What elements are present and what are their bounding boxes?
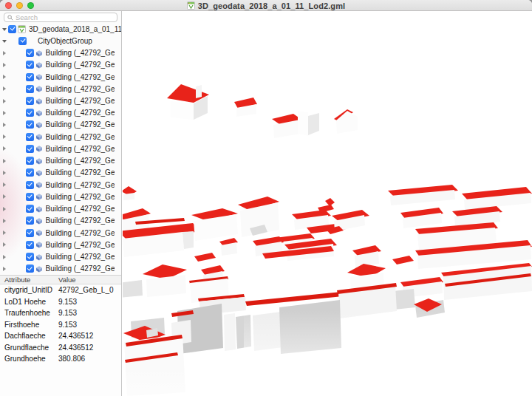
disclosure-collapsed-icon[interactable] <box>3 267 6 271</box>
attribute-value: 24.436512 <box>58 330 93 342</box>
disclosure-collapsed-icon[interactable] <box>3 111 6 115</box>
disclosure-collapsed-icon[interactable] <box>3 134 6 139</box>
building-face[interactable] <box>298 111 308 136</box>
tree-item-building[interactable]: Building (_42792_Ge <box>0 227 121 239</box>
disclosure-collapsed-icon[interactable] <box>3 99 6 103</box>
tree-item-building[interactable]: Building (_42792_Ge <box>0 250 121 262</box>
attribute-row[interactable]: LoD1 Hoehe9.153 <box>0 296 121 308</box>
checkbox[interactable] <box>26 61 34 69</box>
attribute-value: 9.153 <box>58 307 77 319</box>
checkbox[interactable] <box>18 37 27 45</box>
attribute-row[interactable]: Traufenhoehe9.153 <box>0 307 121 319</box>
disclosure-collapsed-icon[interactable] <box>3 63 6 67</box>
disclosure-collapsed-icon[interactable] <box>3 171 6 175</box>
checkbox[interactable] <box>26 49 34 57</box>
disclosure-collapsed-icon[interactable] <box>3 255 6 259</box>
tree-item-cityobjectgroup[interactable]: CityObjectGroup <box>0 35 121 47</box>
building-face[interactable] <box>171 101 194 120</box>
checkbox[interactable] <box>26 193 34 201</box>
attribute-row[interactable]: citygrid_UnitID42792_Geb_L_0 <box>0 284 121 296</box>
tree-item-building[interactable]: Building (_42792_Ge <box>0 83 121 95</box>
building-face[interactable] <box>325 198 335 206</box>
checkbox[interactable] <box>26 216 34 225</box>
building-face[interactable] <box>336 111 358 134</box>
checkbox[interactable] <box>26 241 34 249</box>
building-icon <box>35 85 43 92</box>
building-face[interactable] <box>123 280 143 298</box>
checkbox[interactable] <box>26 205 34 213</box>
tree-item-building[interactable]: Building (_42792_Ge <box>0 263 121 275</box>
checkbox[interactable] <box>26 229 34 237</box>
checkbox[interactable] <box>26 97 34 105</box>
tree-item-building[interactable]: Building (_42792_Ge <box>0 239 121 250</box>
attribute-row[interactable]: Firsthoehe9.153 <box>0 319 121 331</box>
building-icon <box>35 229 43 236</box>
disclosure-collapsed-icon[interactable] <box>3 194 6 199</box>
bottom-fade-full <box>123 366 532 396</box>
building-icon <box>35 61 43 69</box>
disclosure-collapsed-icon[interactable] <box>3 182 6 187</box>
attribute-row[interactable]: Grundhoehe380.806 <box>0 353 121 365</box>
viewport-3d[interactable] <box>123 11 532 396</box>
building-face[interactable] <box>183 231 194 249</box>
building-icon <box>35 193 43 200</box>
attribute-name: Dachflaeche <box>4 332 46 340</box>
checkbox[interactable] <box>26 85 34 93</box>
tree-item-building[interactable]: Building (_42792_Ge <box>0 215 121 227</box>
checkbox[interactable] <box>26 253 34 261</box>
building-face[interactable] <box>392 256 414 264</box>
building-icon <box>35 73 43 81</box>
tree-item-building[interactable]: Building (_42792_Ge <box>0 191 121 202</box>
tree-item-building[interactable]: Building (_42792_Ge <box>0 131 121 143</box>
disclosure-collapsed-icon[interactable] <box>3 159 6 163</box>
checkbox[interactable] <box>26 73 34 81</box>
attribute-value: 42792_Geb_L_0 <box>58 284 114 296</box>
checkbox[interactable] <box>26 157 34 165</box>
tree-item-building[interactable]: Building (_42792_Ge <box>0 71 121 83</box>
checkbox[interactable] <box>8 25 16 33</box>
tree-item-building[interactable]: Building (_42792_Ge <box>0 59 121 71</box>
tree-item-building[interactable]: Building (_42792_Ge <box>0 107 121 119</box>
tree-item-root[interactable]: 3D_geodata_2018_a_01_11_ <box>0 23 121 35</box>
building-face[interactable] <box>224 313 236 351</box>
building-icon <box>35 241 43 248</box>
disclosure-collapsed-icon[interactable] <box>3 86 6 91</box>
tree-item-building[interactable]: Building (_42792_Ge <box>0 155 121 167</box>
tree-item-building[interactable]: Building (_42792_Ge <box>0 143 121 154</box>
checkbox[interactable] <box>26 109 34 117</box>
disclosure-collapsed-icon[interactable] <box>3 146 6 151</box>
disclosure-collapsed-icon[interactable] <box>3 231 6 235</box>
tree-item-building[interactable]: Building (_42792_Ge <box>0 167 121 179</box>
building-face[interactable] <box>196 85 202 98</box>
disclosure-collapsed-icon[interactable] <box>3 75 6 79</box>
disclosure-collapsed-icon[interactable] <box>3 242 6 247</box>
tree-item-building[interactable]: Building (_42792_Ge <box>0 203 121 215</box>
building-face[interactable] <box>146 275 186 297</box>
search-input[interactable] <box>16 13 114 21</box>
disclosure-collapsed-icon[interactable] <box>3 51 6 55</box>
tree-item-building[interactable]: Building (_42792_Ge <box>0 47 121 58</box>
disclosure-collapsed-icon[interactable] <box>3 207 6 211</box>
checkbox[interactable] <box>26 120 34 129</box>
building-face[interactable] <box>194 253 216 262</box>
checkbox[interactable] <box>26 145 34 153</box>
checkbox[interactable] <box>26 133 34 141</box>
building-face[interactable] <box>308 113 319 135</box>
tree-item-building[interactable]: Building (_42792_Ge <box>0 95 121 106</box>
layer-tree: 3D_geodata_2018_a_01_11_CityObjectGroupB… <box>0 23 121 275</box>
building-face[interactable] <box>123 193 134 200</box>
attribute-name: Firsthoehe <box>4 321 39 329</box>
attribute-row[interactable]: Dachflaeche24.436512 <box>0 330 121 342</box>
disclosure-expanded-icon[interactable] <box>2 40 7 43</box>
tree-item-building[interactable]: Building (_42792_Ge <box>0 119 121 131</box>
checkbox[interactable] <box>26 168 34 177</box>
disclosure-collapsed-icon[interactable] <box>3 219 6 223</box>
attribute-row[interactable]: Grundflaeche24.436512 <box>0 342 121 354</box>
gml-file-icon <box>187 1 195 10</box>
search-field[interactable] <box>4 13 117 22</box>
checkbox[interactable] <box>26 264 34 273</box>
tree-item-building[interactable]: Building (_42792_Ge <box>0 179 121 191</box>
disclosure-collapsed-icon[interactable] <box>3 123 6 127</box>
disclosure-expanded-icon[interactable] <box>2 28 7 31</box>
checkbox[interactable] <box>26 181 34 189</box>
